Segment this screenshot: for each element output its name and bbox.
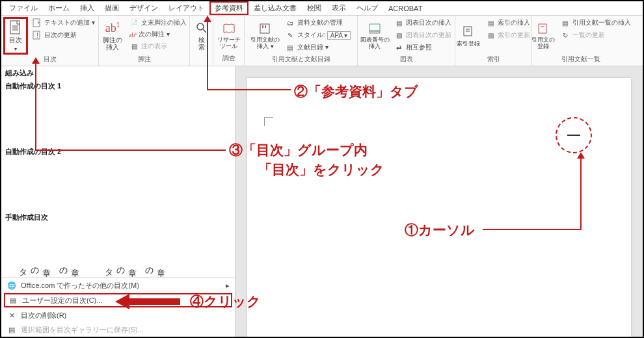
gallery-manual-header: 手動作成目次 bbox=[1, 211, 235, 224]
search-icon bbox=[195, 21, 209, 35]
tab-references[interactable]: 参考資料 bbox=[209, 1, 248, 15]
ribbon: 目次 ▾ +テキストの追加 ▾ !目次の更新 目次 ab1 脚注の 挿入 📄文末… bbox=[1, 16, 643, 66]
mark-entry-button[interactable]: 索引登録 bbox=[455, 17, 481, 55]
insert-index-button[interactable]: ▤索引の挿入 bbox=[484, 17, 531, 29]
update-tof-button[interactable]: ▤図表目次の更新 bbox=[392, 29, 453, 41]
gallery-auto2-preview[interactable]: 見 出 見 bbox=[5, 158, 231, 211]
show-notes-icon: ▤ bbox=[129, 41, 139, 51]
update-icon: ↻ bbox=[560, 30, 570, 40]
insert-endnote-button[interactable]: 📄文末脚注の挿入 bbox=[127, 17, 188, 29]
save-to-gallery: ▤選択範囲を目次ギャラリーに保存(S)... bbox=[1, 322, 235, 337]
book-icon bbox=[222, 21, 236, 36]
mark-citation-button[interactable]: 引用文の 登録 bbox=[530, 17, 556, 55]
biblio-icon: ▤ bbox=[285, 42, 295, 53]
gallery-manual-preview[interactable]: 章 の タ 章 の 章 章 の タ 章 の 章 目 bbox=[5, 224, 231, 277]
gallery-auto1-preview[interactable]: 見 出 見 bbox=[5, 92, 231, 146]
group-toc: 目次 ▾ +テキストの追加 ▾ !目次の更新 目次 bbox=[1, 16, 99, 66]
tab-layout[interactable]: レイアウト bbox=[163, 2, 209, 14]
crossref-icon: ⇄ bbox=[394, 42, 404, 53]
svg-point-8 bbox=[197, 23, 204, 30]
bibliography-button[interactable]: ▤文献目録 ▾ bbox=[284, 42, 352, 53]
svg-rect-12 bbox=[369, 31, 380, 33]
insert-caption-button[interactable]: 図表番号の 挿入 bbox=[360, 17, 390, 55]
insert-toa-button[interactable]: ▤引用文献一覧の挿入 bbox=[559, 17, 632, 29]
svg-rect-0 bbox=[10, 21, 20, 34]
svg-text:+: + bbox=[37, 20, 40, 26]
group-footnote: ab1 脚注の 挿入 📄文末脚注の挿入 ab¹次の脚注 ▾ ▤注の表示 脚注 bbox=[99, 16, 190, 66]
cursor-highlight bbox=[556, 117, 592, 153]
tab-view[interactable]: 表示 bbox=[327, 2, 351, 14]
tab-draw[interactable]: 描画 bbox=[100, 2, 124, 14]
index-icon bbox=[461, 24, 476, 38]
doc-icon: ▤ bbox=[560, 18, 570, 28]
svg-line-9 bbox=[203, 29, 206, 32]
tab-acrobat[interactable]: ACROBAT bbox=[383, 3, 427, 14]
office-more-toc[interactable]: 🌐Office.com で作ったその他の目次(M)▸ bbox=[1, 278, 235, 292]
update-toc-button[interactable]: !目次の更新 bbox=[31, 29, 96, 41]
style-icon: ✎ bbox=[285, 30, 295, 40]
tab-insert[interactable]: 挿入 bbox=[75, 2, 100, 14]
remove-icon: ✕ bbox=[7, 310, 17, 320]
toc-label: 目次 bbox=[9, 36, 22, 45]
update-index-button[interactable]: ▤索引の更新 bbox=[484, 29, 531, 41]
update-icon: ! bbox=[32, 30, 42, 40]
tab-help[interactable]: ヘルプ bbox=[351, 2, 383, 14]
next-footnote-icon: ab¹ bbox=[129, 31, 137, 38]
tab-review[interactable]: 校閲 bbox=[302, 2, 327, 14]
group-toa: 引用文の 登録 ▤引用文献一覧の挿入 ↻一覧の更新 引用文献一覧 bbox=[532, 16, 630, 66]
custom-toc[interactable]: ▤ユーザー設定の目次(C)... bbox=[4, 293, 232, 307]
save-icon: ▤ bbox=[7, 324, 17, 335]
endnote-icon: 📄 bbox=[129, 18, 139, 28]
footnote-icon: ab1 bbox=[105, 21, 120, 35]
update-toa-button[interactable]: ↻一覧の更新 bbox=[559, 29, 632, 41]
update-icon: ▤ bbox=[485, 30, 496, 40]
insert-tof-button[interactable]: ▤図表目次の挿入 bbox=[392, 17, 453, 29]
manage-sources-button[interactable]: 🗂資料文献の管理 bbox=[284, 17, 352, 29]
tab-mailings[interactable]: 差し込み文書 bbox=[248, 2, 302, 14]
tab-design[interactable]: デザイン bbox=[124, 2, 163, 14]
group-captions: 図表番号の 挿入 ▤図表目次の挿入 ▤図表目次の更新 ⇄相互参照 図表 bbox=[358, 16, 455, 66]
update-icon: ▤ bbox=[394, 30, 404, 40]
add-text-button[interactable]: +テキストの追加 ▾ bbox=[31, 17, 96, 29]
toa-icon bbox=[536, 21, 550, 36]
svg-rect-11 bbox=[369, 24, 380, 31]
citation-icon bbox=[258, 21, 273, 36]
gallery-auto1-header: 自動作成の目次 1 bbox=[1, 80, 235, 92]
add-text-icon: + bbox=[32, 18, 42, 28]
caption-icon bbox=[368, 21, 382, 36]
search-button[interactable]: 検 索 bbox=[189, 17, 214, 55]
cursor-mark bbox=[567, 135, 580, 136]
group-label: 脚注 bbox=[103, 55, 185, 65]
globe-icon: 🌐 bbox=[7, 280, 17, 291]
group-research: リサーチ ツール 調査 bbox=[213, 16, 245, 66]
margin-corner bbox=[264, 117, 273, 126]
insert-citation-button[interactable]: 引用文献の 挿入 ▾ bbox=[250, 17, 281, 55]
remove-toc[interactable]: ✕目次の削除(R) bbox=[1, 308, 235, 322]
doc-icon: ▤ bbox=[394, 18, 404, 28]
gallery-builtin-header: 組み込み bbox=[1, 66, 235, 80]
gallery-auto2-header: 自動作成の目次 2 bbox=[1, 146, 235, 158]
research-button[interactable]: リサーチ ツール bbox=[217, 17, 241, 54]
show-notes-button[interactable]: ▤注の表示 bbox=[127, 40, 188, 52]
group-search: 検 索 bbox=[190, 16, 213, 66]
doc-icon: ▤ bbox=[8, 295, 18, 306]
document-area bbox=[235, 66, 643, 337]
chevron-down-icon: ▾ bbox=[14, 46, 17, 52]
toc-gallery: 組み込み 自動作成の目次 1 見 出 見 自動作成の目次 2 見 出 見 手動作… bbox=[1, 66, 235, 337]
style-dropdown[interactable]: ✎スタイル: APA ▾ bbox=[284, 29, 352, 41]
insert-footnote-button[interactable]: ab1 脚注の 挿入 bbox=[100, 17, 125, 55]
svg-rect-16 bbox=[539, 24, 546, 33]
doc-icon: ▤ bbox=[485, 18, 496, 28]
group-label: 目次 bbox=[5, 55, 94, 65]
tab-bar: ファイル ホーム 挿入 描画 デザイン レイアウト 参考資料 差し込み文書 校閲… bbox=[1, 1, 643, 16]
tab-file[interactable]: ファイル bbox=[4, 2, 43, 14]
svg-text:!: ! bbox=[36, 32, 38, 39]
toc-button[interactable]: 目次 ▾ bbox=[3, 17, 28, 55]
tab-home[interactable]: ホーム bbox=[43, 2, 75, 14]
cross-ref-button[interactable]: ⇄相互参照 bbox=[392, 42, 453, 53]
manage-icon: 🗂 bbox=[285, 18, 295, 28]
group-index: 索引登録 ▤索引の挿入 ▤索引の更新 索引 bbox=[455, 16, 532, 66]
document-icon bbox=[8, 20, 23, 34]
page[interactable] bbox=[247, 78, 631, 337]
next-footnote-button[interactable]: ab¹次の脚注 ▾ bbox=[127, 29, 188, 40]
